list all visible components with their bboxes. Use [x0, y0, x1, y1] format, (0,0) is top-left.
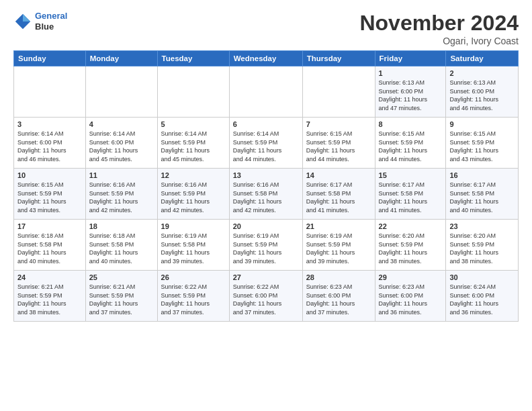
calendar-cell: 5Sunrise: 6:14 AM Sunset: 5:59 PM Daylig…	[157, 118, 229, 169]
calendar-cell: 8Sunrise: 6:15 AM Sunset: 5:59 PM Daylig…	[375, 118, 446, 169]
day-number: 3	[17, 120, 82, 128]
page: General Blue November 2024 Ogari, Ivory …	[0, 0, 532, 328]
day-info: Sunrise: 6:17 AM Sunset: 5:58 PM Dayligh…	[379, 181, 443, 214]
calendar-header-row: Sunday Monday Tuesday Wednesday Thursday…	[14, 51, 519, 66]
calendar-cell: 23Sunrise: 6:20 AM Sunset: 5:59 PM Dayli…	[446, 220, 519, 271]
calendar-cell: 22Sunrise: 6:20 AM Sunset: 5:59 PM Dayli…	[375, 220, 446, 271]
day-info: Sunrise: 6:18 AM Sunset: 5:58 PM Dayligh…	[89, 232, 154, 265]
title-area: November 2024 Ogari, Ivory Coast	[359, 11, 519, 46]
calendar-week-1: 1Sunrise: 6:13 AM Sunset: 6:00 PM Daylig…	[14, 66, 519, 118]
header-friday: Friday	[375, 51, 446, 66]
day-info: Sunrise: 6:16 AM Sunset: 5:58 PM Dayligh…	[233, 181, 299, 214]
day-number: 28	[306, 273, 371, 281]
day-number: 18	[89, 222, 154, 230]
calendar-table: Sunday Monday Tuesday Wednesday Thursday…	[13, 50, 519, 322]
logo-text: General Blue	[35, 11, 67, 32]
day-info: Sunrise: 6:22 AM Sunset: 6:00 PM Dayligh…	[233, 283, 299, 316]
day-number: 10	[17, 171, 82, 179]
calendar-cell: 24Sunrise: 6:21 AM Sunset: 5:59 PM Dayli…	[14, 271, 86, 322]
day-number: 13	[233, 171, 299, 179]
day-number: 4	[89, 120, 154, 128]
day-info: Sunrise: 6:20 AM Sunset: 5:59 PM Dayligh…	[379, 232, 443, 265]
day-info: Sunrise: 6:18 AM Sunset: 5:58 PM Dayligh…	[17, 232, 82, 265]
calendar-cell: 25Sunrise: 6:21 AM Sunset: 5:59 PM Dayli…	[85, 271, 157, 322]
calendar-cell	[14, 66, 86, 118]
day-info: Sunrise: 6:13 AM Sunset: 6:00 PM Dayligh…	[379, 79, 443, 112]
day-info: Sunrise: 6:20 AM Sunset: 5:59 PM Dayligh…	[449, 232, 515, 265]
day-number: 5	[161, 120, 226, 128]
day-number: 12	[161, 171, 226, 179]
day-info: Sunrise: 6:17 AM Sunset: 5:58 PM Dayligh…	[306, 181, 371, 214]
day-number: 15	[379, 171, 443, 179]
day-number: 2	[449, 69, 515, 77]
header-sunday: Sunday	[14, 51, 86, 66]
day-info: Sunrise: 6:24 AM Sunset: 6:00 PM Dayligh…	[449, 283, 515, 316]
day-info: Sunrise: 6:16 AM Sunset: 5:59 PM Dayligh…	[89, 181, 154, 214]
calendar-week-4: 17Sunrise: 6:18 AM Sunset: 5:58 PM Dayli…	[14, 220, 519, 271]
calendar-cell: 29Sunrise: 6:23 AM Sunset: 6:00 PM Dayli…	[375, 271, 446, 322]
header-thursday: Thursday	[302, 51, 375, 66]
day-info: Sunrise: 6:19 AM Sunset: 5:58 PM Dayligh…	[161, 232, 226, 265]
header-monday: Monday	[85, 51, 157, 66]
header-saturday: Saturday	[446, 51, 519, 66]
day-number: 17	[17, 222, 82, 230]
calendar-cell: 7Sunrise: 6:15 AM Sunset: 5:59 PM Daylig…	[302, 118, 375, 169]
calendar-cell	[157, 66, 229, 118]
calendar-cell: 12Sunrise: 6:16 AM Sunset: 5:59 PM Dayli…	[157, 169, 229, 220]
day-number: 1	[379, 69, 443, 77]
day-info: Sunrise: 6:15 AM Sunset: 5:59 PM Dayligh…	[379, 130, 443, 163]
day-info: Sunrise: 6:16 AM Sunset: 5:59 PM Dayligh…	[161, 181, 226, 214]
day-number: 27	[233, 273, 299, 281]
header-wednesday: Wednesday	[229, 51, 302, 66]
calendar-cell: 9Sunrise: 6:15 AM Sunset: 5:59 PM Daylig…	[446, 118, 519, 169]
day-info: Sunrise: 6:14 AM Sunset: 6:00 PM Dayligh…	[89, 130, 154, 163]
day-info: Sunrise: 6:13 AM Sunset: 6:00 PM Dayligh…	[449, 79, 515, 112]
day-number: 25	[89, 273, 154, 281]
logo: General Blue	[13, 11, 67, 32]
day-number: 21	[306, 222, 371, 230]
calendar-cell	[85, 66, 157, 118]
day-info: Sunrise: 6:21 AM Sunset: 5:59 PM Dayligh…	[17, 283, 82, 316]
calendar-cell: 11Sunrise: 6:16 AM Sunset: 5:59 PM Dayli…	[85, 169, 157, 220]
calendar-cell: 17Sunrise: 6:18 AM Sunset: 5:58 PM Dayli…	[14, 220, 86, 271]
day-info: Sunrise: 6:14 AM Sunset: 6:00 PM Dayligh…	[17, 130, 82, 163]
calendar-cell	[229, 66, 302, 118]
calendar-cell: 28Sunrise: 6:23 AM Sunset: 6:00 PM Dayli…	[302, 271, 375, 322]
day-number: 29	[379, 273, 443, 281]
day-number: 23	[449, 222, 515, 230]
day-info: Sunrise: 6:15 AM Sunset: 5:59 PM Dayligh…	[306, 130, 371, 163]
day-number: 26	[161, 273, 226, 281]
location: Ogari, Ivory Coast	[359, 36, 519, 46]
logo-icon	[13, 12, 32, 31]
calendar-cell: 1Sunrise: 6:13 AM Sunset: 6:00 PM Daylig…	[375, 66, 446, 118]
calendar-cell: 27Sunrise: 6:22 AM Sunset: 6:00 PM Dayli…	[229, 271, 302, 322]
calendar-body: 1Sunrise: 6:13 AM Sunset: 6:00 PM Daylig…	[14, 66, 519, 322]
calendar-cell: 20Sunrise: 6:19 AM Sunset: 5:59 PM Dayli…	[229, 220, 302, 271]
month-title: November 2024	[359, 11, 519, 36]
day-number: 24	[17, 273, 82, 281]
calendar-cell: 19Sunrise: 6:19 AM Sunset: 5:58 PM Dayli…	[157, 220, 229, 271]
header: General Blue November 2024 Ogari, Ivory …	[13, 11, 519, 46]
calendar-cell: 3Sunrise: 6:14 AM Sunset: 6:00 PM Daylig…	[14, 118, 86, 169]
calendar-week-2: 3Sunrise: 6:14 AM Sunset: 6:00 PM Daylig…	[14, 118, 519, 169]
calendar-cell: 14Sunrise: 6:17 AM Sunset: 5:58 PM Dayli…	[302, 169, 375, 220]
calendar-cell: 26Sunrise: 6:22 AM Sunset: 5:59 PM Dayli…	[157, 271, 229, 322]
calendar-cell: 4Sunrise: 6:14 AM Sunset: 6:00 PM Daylig…	[85, 118, 157, 169]
day-number: 19	[161, 222, 226, 230]
calendar-cell: 6Sunrise: 6:14 AM Sunset: 5:59 PM Daylig…	[229, 118, 302, 169]
header-tuesday: Tuesday	[157, 51, 229, 66]
day-number: 9	[449, 120, 515, 128]
calendar-cell: 15Sunrise: 6:17 AM Sunset: 5:58 PM Dayli…	[375, 169, 446, 220]
calendar-cell: 21Sunrise: 6:19 AM Sunset: 5:59 PM Dayli…	[302, 220, 375, 271]
day-info: Sunrise: 6:23 AM Sunset: 6:00 PM Dayligh…	[379, 283, 443, 316]
day-info: Sunrise: 6:23 AM Sunset: 6:00 PM Dayligh…	[306, 283, 371, 316]
day-number: 22	[379, 222, 443, 230]
calendar-cell: 18Sunrise: 6:18 AM Sunset: 5:58 PM Dayli…	[85, 220, 157, 271]
day-info: Sunrise: 6:15 AM Sunset: 5:59 PM Dayligh…	[17, 181, 82, 214]
calendar-cell: 13Sunrise: 6:16 AM Sunset: 5:58 PM Dayli…	[229, 169, 302, 220]
day-info: Sunrise: 6:19 AM Sunset: 5:59 PM Dayligh…	[306, 232, 371, 265]
day-number: 16	[449, 171, 515, 179]
day-number: 7	[306, 120, 371, 128]
calendar-week-5: 24Sunrise: 6:21 AM Sunset: 5:59 PM Dayli…	[14, 271, 519, 322]
day-info: Sunrise: 6:14 AM Sunset: 5:59 PM Dayligh…	[161, 130, 226, 163]
